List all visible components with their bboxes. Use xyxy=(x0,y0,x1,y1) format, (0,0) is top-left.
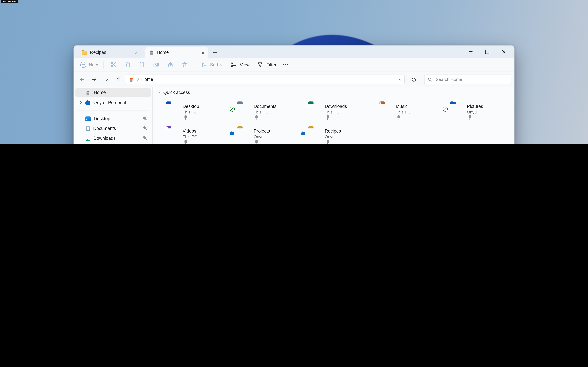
breadcrumb[interactable]: Home xyxy=(141,77,397,82)
command-toolbar: New Sort xyxy=(74,58,514,72)
chevron-down-icon xyxy=(221,63,224,66)
forward-button[interactable] xyxy=(89,74,99,84)
copy-button[interactable] xyxy=(120,59,135,70)
pin-icon xyxy=(142,135,148,141)
new-tab-button[interactable] xyxy=(210,48,219,57)
cut-icon xyxy=(110,61,117,68)
quick-access-row-2: Videos This PC Projects Onyu R xyxy=(166,128,379,144)
window-controls xyxy=(462,46,512,58)
new-button[interactable]: New xyxy=(77,59,101,70)
up-button[interactable] xyxy=(113,74,123,84)
content-pane: Quick access Desktop This PC Documents T… xyxy=(153,87,514,144)
address-field[interactable]: Home xyxy=(125,75,405,84)
delete-button[interactable] xyxy=(177,59,192,70)
chevron-down-icon[interactable] xyxy=(399,77,402,80)
paste-button[interactable] xyxy=(135,59,149,70)
sidebar-item-home[interactable]: Home xyxy=(75,88,151,97)
documents-icon xyxy=(86,126,90,131)
copy-icon xyxy=(124,61,131,68)
close-icon xyxy=(502,50,505,53)
desktop-icon xyxy=(85,117,91,121)
tile-documents[interactable]: Documents This PC xyxy=(237,103,308,123)
tile-projects[interactable]: Projects Onyu xyxy=(237,128,308,144)
delete-icon xyxy=(181,61,188,68)
divider xyxy=(77,110,149,110)
more-icon xyxy=(283,64,284,65)
tile-desktop[interactable]: Desktop This PC xyxy=(166,103,237,123)
chevron-down-icon xyxy=(104,77,108,80)
minimize-icon xyxy=(469,51,473,52)
site-watermark: RUTAB.NET xyxy=(1,0,18,3)
sidebar-item-onedrive[interactable]: Onyu - Personal xyxy=(75,99,151,107)
tab-home[interactable]: Home xyxy=(145,47,208,58)
address-bar: Home xyxy=(74,72,514,87)
onedrive-icon xyxy=(85,102,90,105)
tile-videos[interactable]: Videos This PC xyxy=(166,128,237,144)
file-explorer-window: Recipes Home New xyxy=(73,45,515,144)
close-tab-icon[interactable] xyxy=(135,51,138,54)
refresh-button[interactable] xyxy=(408,74,419,84)
sidebar-item-documents[interactable]: Documents xyxy=(75,124,151,133)
sidebar-item-music[interactable]: Music xyxy=(75,143,151,144)
chevron-right-icon[interactable] xyxy=(79,101,82,104)
filter-icon xyxy=(256,61,264,68)
view-button[interactable]: View xyxy=(226,59,253,70)
view-icon xyxy=(230,61,237,68)
window-body: Home Onyu - Personal Desktop D xyxy=(74,87,514,144)
search-box[interactable] xyxy=(424,75,511,84)
tile-pictures[interactable]: Pictures Onyu xyxy=(450,103,521,123)
cloud-badge-icon xyxy=(230,133,234,135)
screen: RUTAB.NET Recipes Home xyxy=(0,0,588,144)
chevron-right-icon xyxy=(136,78,139,81)
cut-button[interactable] xyxy=(106,59,120,70)
pin-icon xyxy=(142,116,148,122)
tab-bar: Recipes Home xyxy=(74,46,514,58)
home-icon xyxy=(149,50,154,54)
pin-icon xyxy=(142,125,148,131)
paste-icon xyxy=(138,61,146,68)
rename-button[interactable] xyxy=(149,59,163,70)
quick-access-header[interactable]: Quick access xyxy=(158,88,190,97)
close-tab-icon[interactable] xyxy=(202,51,204,54)
sidebar-item-downloads[interactable]: Downloads xyxy=(75,133,151,143)
tile-recipes[interactable]: Recipes Onyu xyxy=(308,128,379,144)
maximize-icon xyxy=(485,50,489,54)
minimize-button[interactable] xyxy=(462,46,479,58)
search-input[interactable] xyxy=(435,77,508,82)
home-icon xyxy=(86,91,90,94)
downloads-icon xyxy=(85,135,90,141)
maximize-button[interactable] xyxy=(479,46,495,58)
tab-recipes[interactable]: Recipes xyxy=(78,47,141,58)
share-icon xyxy=(166,61,174,68)
recent-locations-button[interactable] xyxy=(101,74,111,84)
home-icon xyxy=(129,77,133,82)
sort-icon xyxy=(200,61,208,68)
quick-access-row-1: Desktop This PC Documents This PC ↓ Down… xyxy=(166,103,521,123)
new-icon xyxy=(80,62,86,68)
plus-icon xyxy=(213,50,217,54)
close-button[interactable] xyxy=(495,46,512,58)
folder-icon xyxy=(82,51,87,55)
synced-badge-icon xyxy=(443,107,448,112)
synced-badge-icon xyxy=(230,107,234,112)
tab-label: Home xyxy=(157,50,199,55)
navigation-pane: Home Onyu - Personal Desktop D xyxy=(74,87,153,144)
rename-icon xyxy=(152,61,160,68)
share-button[interactable] xyxy=(163,59,177,70)
tab-label: Recipes xyxy=(90,50,132,55)
back-button[interactable] xyxy=(77,74,87,84)
cloud-badge-icon xyxy=(301,133,305,135)
tile-downloads[interactable]: ↓ Downloads This PC xyxy=(308,103,379,123)
sort-button[interactable]: Sort xyxy=(197,59,226,70)
sidebar-item-desktop[interactable]: Desktop xyxy=(75,114,151,124)
see-more-button[interactable] xyxy=(280,59,290,70)
filter-button[interactable]: Filter xyxy=(253,59,280,70)
search-icon xyxy=(427,77,432,82)
tile-music[interactable]: ♫ Music This PC xyxy=(379,103,450,123)
chevron-down-icon xyxy=(157,91,160,93)
